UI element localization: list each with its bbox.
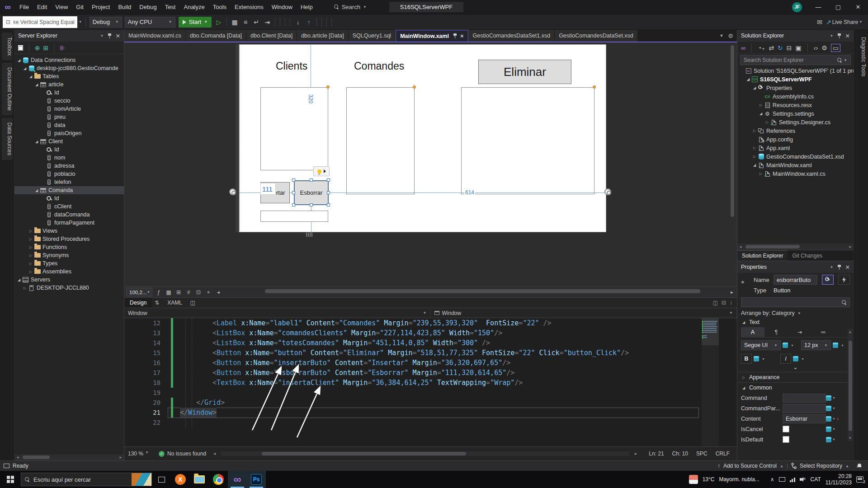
action-center-icon[interactable]: 2	[856, 476, 863, 483]
network-icon[interactable]	[790, 477, 795, 482]
tab-toolbox[interactable]: Toolbox	[2, 33, 13, 60]
toolbar-make-vertical-spacing-equal-button[interactable]: Make Vertical Spacing Equal	[3, 16, 77, 28]
tab-data-sources[interactable]: Data Sources	[2, 118, 13, 160]
font-family-combo[interactable]: Segoe UI▼	[741, 340, 781, 350]
chevron-expanded-icon[interactable]: ◢	[752, 86, 757, 90]
pin-icon[interactable]	[108, 33, 112, 38]
chevron-collapsed-icon[interactable]: ▷	[28, 245, 33, 249]
send-feedback-button[interactable]: ✉	[814, 16, 825, 28]
chevron-collapsed-icon[interactable]: ▷	[28, 270, 33, 274]
menu-extensions[interactable]: Extensions	[231, 0, 268, 14]
third-listbox[interactable]	[461, 87, 594, 194]
taskbar-app-visual-studio[interactable]: ∞	[228, 471, 247, 488]
element-path-dropdown[interactable]: Window▼	[124, 308, 431, 318]
zoom-fit-icon[interactable]: ＋	[203, 288, 213, 296]
chevron-collapsed-icon[interactable]: ▷	[28, 237, 33, 241]
section-appearance[interactable]: ▷ Appearance	[737, 372, 854, 383]
margin-anchor-icon[interactable]	[229, 188, 236, 195]
menu-file[interactable]: File	[15, 0, 33, 14]
chevron-collapsed-icon[interactable]: ▷	[752, 146, 757, 150]
solution-item-assemblyinfo-cs[interactable]: C#AssemblyInfo.cs	[737, 92, 854, 101]
pin-icon[interactable]	[838, 265, 841, 270]
scroll-right-icon[interactable]: ►	[727, 290, 737, 295]
taskbar-app-explorer[interactable]	[190, 471, 209, 488]
minimap-viewport[interactable]	[702, 318, 719, 345]
toolbar-display-members-button[interactable]: ≡	[240, 16, 251, 28]
chevron-expanded-icon[interactable]: ◢	[34, 188, 39, 192]
solution-item-s16sqlserverwpf[interactable]: ◢C#S16SQLServerWPF	[737, 75, 854, 84]
tree-item-synonyms[interactable]: ▷Synonyms	[14, 251, 124, 259]
brush-icon[interactable]	[826, 427, 831, 432]
tree-item-nomarticle[interactable]: nomArticle	[14, 105, 124, 113]
margin-anchor-icon[interactable]	[604, 188, 611, 195]
tree-item-id[interactable]: Id	[14, 194, 124, 202]
name-input[interactable]: esborrarButo	[774, 275, 817, 285]
totes-comandes-listbox[interactable]	[346, 87, 415, 194]
start-button[interactable]	[0, 471, 21, 488]
tree-item-desktop-jccl880[interactable]: ▷DESKTOP-JCCL880	[14, 284, 124, 292]
tab-dbo-article-data-[interactable]: dbo.article [Data]	[297, 30, 348, 42]
tree-item-data-connections[interactable]: ◢Data Connections	[14, 56, 124, 64]
bold-brush-icon[interactable]	[754, 356, 759, 361]
chevron-expanded-icon[interactable]: ◢	[28, 75, 33, 79]
expand-more-chevron[interactable]: ⌄	[737, 365, 854, 372]
editor-hscrollbar[interactable]	[221, 451, 629, 456]
brush-icon[interactable]	[826, 437, 831, 442]
tab-gestiocomandesdataset1-xsd[interactable]: GestioComandesDataSet1.xsd	[469, 30, 555, 42]
designer-hscrollbar[interactable]	[225, 287, 725, 297]
window-position-chevron-icon[interactable]: ▼	[830, 34, 834, 38]
tab-sqlquery1-sql[interactable]: SQLQuery1.sql	[349, 30, 395, 42]
task-view-button[interactable]	[154, 471, 169, 488]
chevron-expanded-icon[interactable]: ◢	[34, 83, 39, 87]
issues-status[interactable]: No issues found	[167, 450, 206, 457]
properties-window-icon[interactable]: ▣	[796, 44, 802, 52]
margin-edit-box[interactable]: 111	[260, 183, 276, 195]
menu-git[interactable]: Git	[72, 0, 88, 14]
tab-xaml[interactable]: XAML	[162, 298, 188, 308]
tree-item-article[interactable]: ◢article	[14, 80, 124, 89]
tab-list-chevron-icon[interactable]: ▼	[719, 33, 723, 38]
bold-button[interactable]: B	[741, 354, 752, 364]
esborrar-button[interactable]: Esborrar	[294, 181, 328, 205]
select-repository-button[interactable]: Select Repository	[800, 463, 842, 469]
solution-item-references[interactable]: ▷References	[737, 127, 854, 135]
font-tab-character[interactable]: A	[741, 327, 764, 337]
sync-with-active-document-icon[interactable]: ⇄	[769, 44, 774, 52]
menu-edit[interactable]: Edit	[33, 0, 51, 14]
resize-handle[interactable]	[292, 191, 295, 194]
restore-button[interactable]: ▢	[828, 0, 848, 14]
xaml-code-editor[interactable]: 12<Label x:Name="label1" Content="Comand…	[124, 318, 737, 446]
resize-handle[interactable]	[327, 178, 330, 182]
space-indicator[interactable]: SPC	[696, 450, 708, 457]
snap-grid-icon[interactable]: ⊞	[174, 289, 184, 296]
horizontal-split-icon[interactable]: ⊟	[722, 300, 726, 306]
tree-item-types[interactable]: ▷Types	[14, 259, 124, 267]
properties-scrollbar[interactable]: ▲ ▼	[848, 329, 853, 441]
brush-icon[interactable]	[826, 406, 831, 411]
menu-window[interactable]: Window	[268, 0, 297, 14]
close-tab-icon[interactable]: ×	[460, 33, 464, 39]
code-line-14[interactable]: 14<ListBox x:Name="totesComandes" Margin…	[124, 338, 737, 348]
tab-document-outline[interactable]: Document Outline	[2, 63, 13, 115]
size-brush-icon[interactable]	[833, 343, 838, 348]
chevron-expanded-icon[interactable]: ◢	[22, 66, 28, 70]
tree-item-data[interactable]: data	[14, 121, 124, 129]
taskbar-app-xampp[interactable]: X	[171, 471, 190, 488]
resize-handle[interactable]	[292, 178, 295, 182]
pin-icon[interactable]	[453, 33, 457, 38]
notifications-bell-icon[interactable]	[857, 464, 862, 469]
eliminar-button[interactable]: Eliminar	[478, 60, 571, 84]
code-line-16[interactable]: 16<Button x:Name="insertarButo" Content=…	[124, 358, 737, 368]
chevron-collapsed-icon[interactable]: ▷	[752, 129, 757, 133]
chevron-collapsed-icon[interactable]: ▷	[758, 172, 764, 176]
menu-analyze[interactable]: Analyze	[179, 0, 208, 14]
code-line-18[interactable]: 18<TextBox x:Name="insertaClient" Margin…	[124, 378, 737, 388]
vertical-split-icon[interactable]: ◫	[713, 300, 718, 306]
toolbar-word-wrap-button[interactable]: ↵	[251, 16, 262, 28]
code-line-21[interactable]: 21</Window>	[124, 408, 737, 418]
solution-explorer-hscrollbar[interactable]: ◄ ►	[737, 244, 854, 250]
chevron-collapsed-icon[interactable]: ▷	[758, 103, 764, 107]
toolbar-platform-combo[interactable]: Any CPU▼	[125, 17, 175, 28]
tree-item-poblacio[interactable]: poblacio	[14, 170, 124, 178]
chevron-expanded-icon[interactable]: ◢	[745, 77, 751, 81]
